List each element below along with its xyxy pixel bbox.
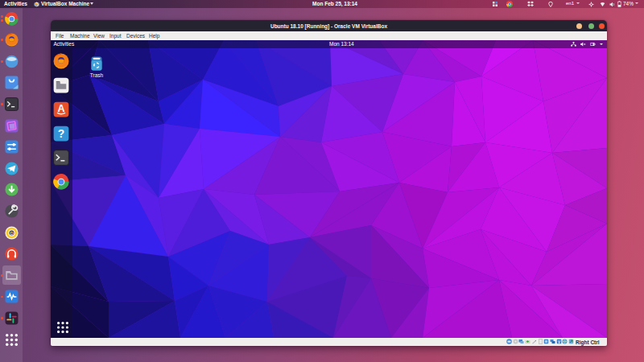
svg-text:D: D — [10, 230, 13, 235]
svg-text:?: ? — [57, 128, 64, 140]
svg-text:V: V — [558, 340, 560, 344]
svg-text:A: A — [57, 103, 64, 114]
